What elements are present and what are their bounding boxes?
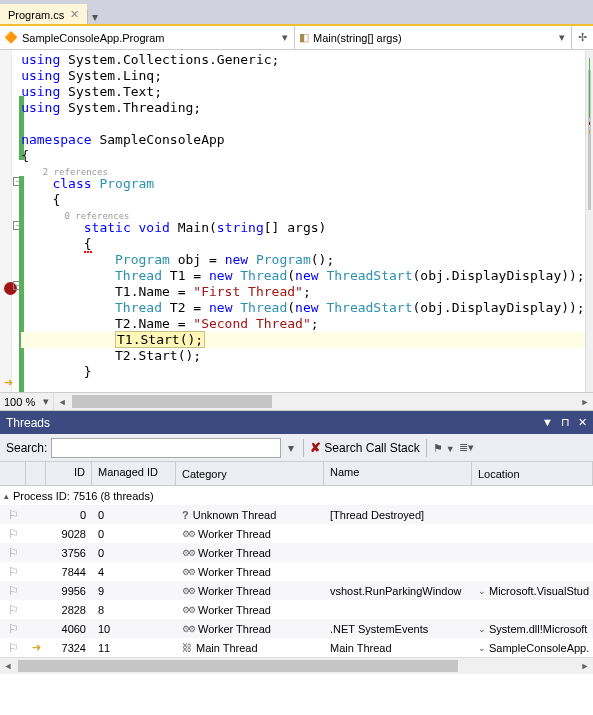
thread-category: ⚙⚙ Worker Thread xyxy=(176,623,324,635)
gear-icon: ⚙⚙ xyxy=(182,529,194,539)
thread-id: 4060 xyxy=(46,623,92,635)
thread-row[interactable]: ⚐00? Unknown Thread[Thread Destroyed] xyxy=(0,505,593,524)
tab-dropdown-icon[interactable]: ▾ xyxy=(87,10,102,24)
column-name[interactable]: Name xyxy=(324,462,472,485)
thread-row[interactable]: ⚐99569⚙⚙ Worker Threadvshost.RunParkingW… xyxy=(0,581,593,600)
flag-icon[interactable]: ⚐ xyxy=(8,508,19,522)
thread-row[interactable]: ⚐➜732411⛓ Main ThreadMain Thread⌄ Sample… xyxy=(0,638,593,657)
thread-category: ? Unknown Thread xyxy=(176,509,324,521)
thread-name: vshost.RunParkingWindow xyxy=(324,585,472,597)
chevron-down-icon[interactable]: ▾ xyxy=(276,31,294,44)
editor-status-bar: 100 % ▾ ◄ ► xyxy=(0,393,593,411)
scroll-right-icon[interactable]: ► xyxy=(577,658,593,674)
flag-filter-button[interactable] xyxy=(433,441,455,455)
threads-panel-header[interactable]: Threads ▼ ⊓ ✕ xyxy=(0,411,593,434)
thread-location: ⌄ System.dll!Microsoft xyxy=(472,623,593,635)
gear-icon: ⚙⚙ xyxy=(182,567,194,577)
class-selector[interactable]: 🔶 SampleConsoleApp.Program ▾ xyxy=(0,26,295,49)
column-location[interactable]: Location xyxy=(472,462,593,485)
group-button[interactable]: ≣▾ xyxy=(459,441,474,454)
thread-id: 2828 xyxy=(46,604,92,616)
question-icon: ? xyxy=(182,509,189,521)
column-flag[interactable] xyxy=(0,462,26,485)
scrollbar-thumb[interactable] xyxy=(18,660,458,672)
flag-icon[interactable]: ⚐ xyxy=(8,546,19,560)
scroll-left-icon[interactable]: ◄ xyxy=(0,658,16,674)
thread-row[interactable]: ⚐406010⚙⚙ Worker Thread.NET SystemEvents… xyxy=(0,619,593,638)
thread-category: ⛓ Main Thread xyxy=(176,642,324,654)
search-input[interactable] xyxy=(51,438,281,458)
flag-icon[interactable]: ⚐ xyxy=(8,603,19,617)
scrollbar-thumb[interactable] xyxy=(72,395,272,408)
collapse-icon[interactable]: ▴ xyxy=(4,491,13,501)
button-label: Search Call Stack xyxy=(324,441,419,455)
managed-id: 0 xyxy=(92,528,176,540)
flag-icon[interactable]: ⚐ xyxy=(8,565,19,579)
chevron-down-icon[interactable]: ▾ xyxy=(553,31,571,44)
x-icon: ✘ xyxy=(310,440,321,455)
thread-id: 0 xyxy=(46,509,92,521)
managed-id: 10 xyxy=(92,623,176,635)
managed-id: 11 xyxy=(92,642,176,654)
thread-row[interactable]: ⚐78444⚙⚙ Worker Thread xyxy=(0,562,593,581)
tab-label: Program.cs xyxy=(8,9,64,21)
chevron-down-icon[interactable]: ⌄ xyxy=(478,624,486,634)
thread-name: [Thread Destroyed] xyxy=(324,509,472,521)
flag-icon[interactable]: ⚐ xyxy=(8,641,19,655)
thread-row[interactable]: ⚐28288⚙⚙ Worker Thread xyxy=(0,600,593,619)
thread-id: 3756 xyxy=(46,547,92,559)
thread-row[interactable]: ⚐90280⚙⚙ Worker Thread xyxy=(0,524,593,543)
pin-icon[interactable]: ⊓ xyxy=(561,416,570,429)
navigation-bar: 🔶 SampleConsoleApp.Program ▾ ◧ Main(stri… xyxy=(0,26,593,50)
scroll-left-icon[interactable]: ◄ xyxy=(54,393,70,410)
chevron-down-icon[interactable]: ⌄ xyxy=(478,586,486,596)
search-dropdown-icon[interactable]: ▾ xyxy=(285,441,297,455)
thread-icon: ⛓ xyxy=(182,642,192,653)
flag-icon xyxy=(433,441,443,455)
process-label: Process ID: 7516 (8 threads) xyxy=(13,490,154,502)
grid-header: ID Managed ID Category Name Location xyxy=(0,462,593,486)
thread-id: 7324 xyxy=(46,642,92,654)
method-icon: ◧ xyxy=(299,31,309,44)
separator xyxy=(303,439,304,457)
window-position-icon[interactable]: ▼ xyxy=(542,416,553,429)
search-call-stack-button[interactable]: ✘ Search Call Stack xyxy=(310,440,419,455)
code-editor[interactable]: ➜ − − − using System.Collections.Generic… xyxy=(0,50,593,393)
managed-id: 9 xyxy=(92,585,176,597)
flag-icon[interactable]: ⚐ xyxy=(8,622,19,636)
panel-title: Threads xyxy=(6,416,50,430)
flag-icon[interactable]: ⚐ xyxy=(8,584,19,598)
vertical-scrollbar[interactable] xyxy=(585,50,593,392)
tab-bar: Program.cs ✕ ▾ xyxy=(0,0,593,26)
scroll-right-icon[interactable]: ► xyxy=(577,393,593,410)
method-selector[interactable]: ◧ Main(string[] args) ▾ ✢ xyxy=(295,26,593,49)
split-icon[interactable]: ✢ xyxy=(571,26,593,49)
thread-name: Main Thread xyxy=(324,642,472,654)
column-managed-id[interactable]: Managed ID xyxy=(92,462,176,485)
chevron-down-icon[interactable]: ⌄ xyxy=(478,643,486,653)
column-category[interactable]: Category xyxy=(176,462,324,485)
process-row[interactable]: ▴ Process ID: 7516 (8 threads) xyxy=(0,486,593,505)
panel-horizontal-scrollbar[interactable]: ◄ ► xyxy=(0,657,593,674)
gear-icon: ⚙⚙ xyxy=(182,586,194,596)
scroll-marker xyxy=(589,130,590,133)
thread-id: 7844 xyxy=(46,566,92,578)
file-tab[interactable]: Program.cs ✕ xyxy=(0,4,87,24)
column-id[interactable]: ID xyxy=(46,462,92,485)
close-icon[interactable]: ✕ xyxy=(578,416,587,429)
code-text[interactable]: using System.Collections.Generic;using S… xyxy=(21,50,585,392)
flag-icon[interactable]: ⚐ xyxy=(8,527,19,541)
thread-row[interactable]: ⚐37560⚙⚙ Worker Thread xyxy=(0,543,593,562)
thread-id: 9956 xyxy=(46,585,92,597)
breakpoint-margin[interactable]: ➜ xyxy=(0,50,12,392)
thread-category: ⚙⚙ Worker Thread xyxy=(176,547,324,559)
threads-toolbar: Search: ▾ ✘ Search Call Stack ≣▾ xyxy=(0,434,593,462)
close-icon[interactable]: ✕ xyxy=(70,8,79,21)
horizontal-scrollbar[interactable]: ◄ ► xyxy=(53,393,593,410)
class-name: SampleConsoleApp.Program xyxy=(22,32,164,44)
thread-category: ⚙⚙ Worker Thread xyxy=(176,585,324,597)
chevron-down-icon xyxy=(446,441,455,455)
grid-body: ▴ Process ID: 7516 (8 threads) ⚐00? Unkn… xyxy=(0,486,593,657)
column-current[interactable] xyxy=(26,462,46,485)
zoom-dropdown-icon[interactable]: ▾ xyxy=(39,395,53,408)
